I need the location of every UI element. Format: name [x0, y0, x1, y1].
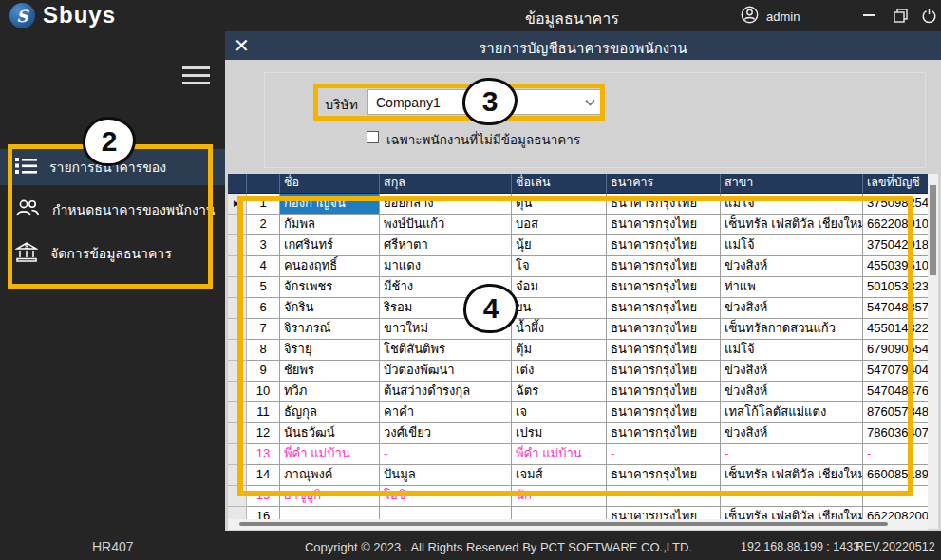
row-selector-cell[interactable]: ▶ [228, 423, 247, 444]
cell-account[interactable]: 547048357 [863, 298, 928, 319]
cell-row-number[interactable]: 1 [247, 194, 280, 215]
cell-name[interactable]: ชัยพร [280, 361, 380, 382]
row-selector-cell[interactable]: ▶ [228, 444, 247, 465]
cell-bank[interactable]: ธนาคารกรุงไทย [607, 423, 721, 444]
table-row[interactable]: ▶ 2 กัมพล พงษ์ปันแก้ว บอส ธนาคารกรุงไทย … [228, 215, 928, 235]
row-selector-cell[interactable]: ▶ [228, 235, 247, 256]
cell-branch[interactable]: แม่โจ้ [721, 235, 863, 256]
only-without-bank-checkbox[interactable] [367, 131, 379, 143]
cell-bank[interactable]: ธนาคารกรุงไทย [607, 319, 721, 340]
cell-name[interactable]: ธัญกุล [280, 402, 380, 423]
cell-row-number[interactable]: 14 [247, 465, 280, 486]
table-row[interactable]: ▶ 9 ชัยพร บัวตองพัฒนา เต่ง ธนาคารกรุงไทย… [228, 361, 928, 382]
cell-bank[interactable] [607, 486, 721, 507]
hamburger-menu-icon[interactable] [182, 66, 210, 89]
cell-nickname[interactable]: นุ้ย [512, 235, 607, 256]
horizontal-scrollbar[interactable] [228, 519, 928, 530]
table-row[interactable]: ▶ 4 คนองฤทธิ์ มาแดง โจ ธนาคารกรุงไทย ข่ว… [228, 256, 928, 277]
cell-nickname[interactable]: จ๋อม [512, 277, 607, 298]
cell-nickname[interactable]: โจ [512, 256, 607, 277]
cell-row-number[interactable]: 9 [247, 361, 280, 382]
cell-surname[interactable]: ต้นสว่างดำรงกุล [380, 382, 512, 402]
cell-nickname[interactable]: เจ [512, 402, 607, 423]
row-selector-cell[interactable]: ▶ [228, 215, 247, 235]
cell-branch[interactable]: ข่วงสิงห์ [721, 382, 863, 402]
cell-nickname[interactable]: บอส [512, 215, 607, 235]
cell-branch[interactable] [721, 486, 863, 507]
table-row[interactable]: ▶ 12 นันธวัฒน์ วงศ์เขียว เปรม ธนาคารกรุง… [228, 423, 928, 444]
cell-surname[interactable]: คาคำ [380, 402, 512, 423]
user-menu[interactable]: admin [741, 6, 800, 27]
cell-name[interactable]: ภาณุพงค์ [280, 465, 380, 486]
row-selector-cell[interactable]: ▶ [228, 319, 247, 340]
row-selector-cell[interactable]: ▶ [228, 194, 247, 215]
minimize-button[interactable] [857, 5, 880, 26]
row-selector-cell[interactable]: ▶ [228, 486, 247, 507]
header-surname[interactable]: สกุล [380, 174, 512, 194]
cell-branch[interactable]: เทสโก้โลตัสแม่แตง [721, 402, 863, 423]
cell-bank[interactable]: ธนาคารกรุงไทย [607, 215, 721, 235]
cell-bank[interactable]: ธนาคารกรุงไทย [607, 256, 721, 277]
cell-branch[interactable]: ท่าแพ [721, 277, 863, 298]
table-row[interactable]: ▶ 16 ธนาคารกรุงไทย เซ็นทรัล เฟสติวัล เชี… [228, 507, 928, 519]
cell-branch[interactable]: ข่วงสิงห์ [721, 256, 863, 277]
cell-bank[interactable]: - [607, 444, 721, 465]
cell-name[interactable]: ทวิภ [280, 382, 380, 402]
cell-bank[interactable]: ธนาคารกรุงไทย [607, 465, 721, 486]
cell-branch[interactable]: แม่โจ้ [721, 340, 863, 361]
power-button[interactable] [917, 5, 940, 26]
sidebar-item-bank-list[interactable]: รายการธนาคารของ [0, 149, 225, 185]
cell-name[interactable]: จักริน [280, 298, 380, 319]
table-row[interactable]: ▶ 6 จักริน ริรอม ยน ธนาคารกรุงไทย ข่วงสิ… [228, 298, 928, 319]
cell-row-number[interactable]: 10 [247, 382, 280, 402]
horizontal-scrollbar-thumb[interactable] [239, 522, 888, 526]
cell-bank[interactable]: ธนาคารกรุงไทย [607, 277, 721, 298]
cell-nickname[interactable]: เปรม [512, 423, 607, 444]
cell-bank[interactable]: ธนาคารกรุงไทย [607, 298, 721, 319]
cell-row-number[interactable]: 12 [247, 423, 280, 444]
cell-surname[interactable]: พงษ์ปันแก้ว [380, 215, 512, 235]
cell-bank[interactable]: ธนาคารกรุงไทย [607, 340, 721, 361]
cell-bank[interactable]: ธนาคารกรุงไทย [607, 507, 721, 519]
cell-row-number[interactable]: 8 [247, 340, 280, 361]
row-selector-cell[interactable]: ▶ [228, 277, 247, 298]
cell-surname[interactable] [380, 507, 512, 519]
vertical-scrollbar[interactable] [928, 174, 938, 529]
cell-bank[interactable]: ธนาคารกรุงไทย [607, 382, 721, 402]
row-selector-cell[interactable]: ▶ [228, 402, 247, 423]
cell-surname[interactable]: มาแดง [380, 256, 512, 277]
cell-account[interactable] [863, 486, 928, 507]
cell-name[interactable]: คนองฤทธิ์ [280, 256, 380, 277]
cell-account[interactable]: 455039510 [863, 256, 928, 277]
cell-nickname[interactable]: ยน [512, 298, 607, 319]
cell-row-number[interactable]: 5 [247, 277, 280, 298]
cell-branch[interactable]: เซ็นทรัล เฟสติวัล เชียงใหม่ [721, 465, 863, 486]
cell-nickname[interactable]: ตุ่น [512, 194, 607, 215]
cell-surname[interactable]: โชติสันติพร [380, 340, 512, 361]
cell-name[interactable]: พี่คำ แม่บ้าน [280, 444, 380, 465]
cell-row-number[interactable]: 11 [247, 402, 280, 423]
cell-name[interactable]: ยาซูยูกิ [280, 486, 380, 507]
cell-surname[interactable]: มีช้าง [380, 277, 512, 298]
cell-branch[interactable]: เซ็นทรัลกาดสวนแก้ว [721, 319, 863, 340]
cell-account[interactable]: 786036407 [863, 423, 928, 444]
cell-account[interactable]: 547048476 [863, 382, 928, 402]
cell-name[interactable]: นันธวัฒน์ [280, 423, 380, 444]
cell-bank[interactable]: ธนาคารกรุงไทย [607, 361, 721, 382]
cell-account[interactable]: 662208200 [863, 507, 928, 519]
cell-row-number[interactable]: 15 [247, 486, 280, 507]
cell-row-number[interactable]: 2 [247, 215, 280, 235]
sidebar-item-manage-bank-data[interactable]: $ จัดการข้อมูลธนาคาร [0, 235, 225, 271]
header-account[interactable]: เลขที่บัญชี [863, 174, 928, 194]
table-row[interactable]: ▶ 10 ทวิภ ต้นสว่างดำรงกุล ฉัตร ธนาคารกรุ… [228, 382, 928, 402]
header-branch[interactable]: สาขา [721, 174, 863, 194]
cell-account[interactable]: 455014322 [863, 319, 928, 340]
cell-name[interactable]: เกศรินทร์ [280, 235, 380, 256]
cell-account[interactable]: 547079404 [863, 361, 928, 382]
row-selector-cell[interactable]: ▶ [228, 340, 247, 361]
row-selector-cell[interactable]: ▶ [228, 382, 247, 402]
table-row[interactable]: ▶ 13 พี่คำ แม่บ้าน - พี่คำ แม่บ้าน - - - [228, 444, 928, 465]
table-row[interactable]: ▶ 1 กองกาญจน์ ย่อยกลาง ตุ่น ธนาคารกรุงไท… [228, 194, 928, 215]
table-row[interactable]: ▶ 11 ธัญกุล คาคำ เจ ธนาคารกรุงไทย เทสโก้… [228, 402, 928, 423]
header-bank[interactable]: ธนาคาร [607, 174, 721, 194]
